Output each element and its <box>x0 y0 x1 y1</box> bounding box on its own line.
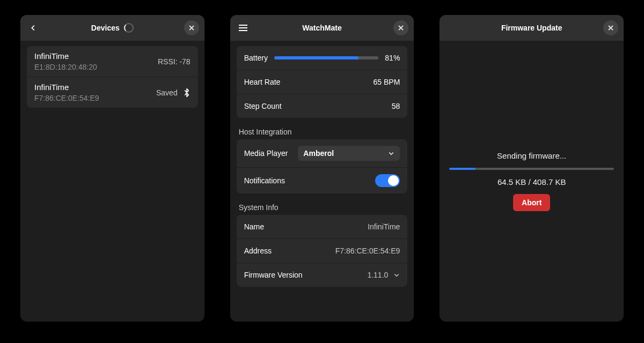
device-mac: F7:86:CE:0E:54:E9 <box>34 94 99 102</box>
notifications-toggle[interactable] <box>375 174 400 187</box>
battery-bar <box>274 56 378 59</box>
hamburger-icon <box>239 25 247 31</box>
devices-title: Devices <box>91 24 120 32</box>
host-integration-group: Media Player Amberol Notifications <box>237 139 408 193</box>
media-player-select[interactable]: Amberol <box>298 146 400 161</box>
notifications-label: Notifications <box>244 176 285 185</box>
step-count-value: 58 <box>392 102 400 110</box>
devices-window: Devices InfiniTime E1:8D:18:20:48:20 RSS… <box>20 15 204 322</box>
firmware-title: Firmware Update <box>501 24 562 32</box>
watchmate-window: WatchMate Battery 81% Heart Rate <box>230 15 414 322</box>
close-icon <box>189 25 194 31</box>
abort-button[interactable]: Abort <box>513 194 550 211</box>
device-item[interactable]: InfiniTime F7:86:CE:0E:54:E9 Saved <box>27 77 198 108</box>
firmware-status: Sending firmware... <box>497 151 566 160</box>
firmware-progress-bar <box>449 168 614 170</box>
stats-group: Battery 81% Heart Rate 65 BPM Step Count… <box>237 46 408 118</box>
sysinfo-firmware-row[interactable]: Firmware Version 1.11.0 <box>237 263 408 287</box>
battery-label: Battery <box>244 54 268 62</box>
watchmate-content: Battery 81% Heart Rate 65 BPM Step Count… <box>230 41 414 322</box>
firmware-window: Firmware Update Sending firmware... 64.5… <box>440 15 624 322</box>
close-icon <box>608 25 613 31</box>
media-player-selected: Amberol <box>303 149 334 158</box>
menu-button[interactable] <box>236 20 251 35</box>
device-rssi: RSSI: -78 <box>158 57 191 66</box>
devices-content: InfiniTime E1:8D:18:20:48:20 RSSI: -78 I… <box>20 41 204 322</box>
battery-percent: 81% <box>385 54 400 62</box>
battery-fill <box>274 56 358 59</box>
device-saved-label: Saved <box>156 88 178 97</box>
chevron-left-icon <box>30 24 37 32</box>
system-info-title: System Info <box>237 200 408 215</box>
firmware-header: Firmware Update <box>440 15 624 41</box>
firmware-bytes: 64.5 KB / 408.7 KB <box>497 177 566 187</box>
firmware-content: Sending firmware... 64.5 KB / 408.7 KB A… <box>440 41 624 322</box>
sysinfo-address-row: Address F7:86:CE:0E:54:E9 <box>237 238 408 263</box>
media-player-row: Media Player Amberol <box>237 139 408 167</box>
device-mac: E1:8D:18:20:48:20 <box>34 63 97 71</box>
device-item[interactable]: InfiniTime E1:8D:18:20:48:20 RSSI: -78 <box>27 46 198 77</box>
device-list: InfiniTime E1:8D:18:20:48:20 RSSI: -78 I… <box>27 46 198 108</box>
heart-rate-row: Heart Rate 65 BPM <box>237 70 408 94</box>
chevron-down-icon <box>388 150 394 156</box>
chevron-down-icon <box>393 272 400 278</box>
media-player-label: Media Player <box>244 149 288 158</box>
notifications-row: Notifications <box>237 167 408 193</box>
sysinfo-firmware-label: Firmware Version <box>244 271 303 279</box>
bluetooth-icon <box>183 88 191 98</box>
back-button[interactable] <box>26 20 41 35</box>
close-button[interactable] <box>393 20 408 35</box>
battery-row: Battery 81% <box>237 46 408 70</box>
watchmate-title: WatchMate <box>302 24 341 32</box>
firmware-progress-fill <box>449 168 475 170</box>
sysinfo-name-row: Name InfiniTime <box>237 215 408 238</box>
loading-spinner-icon <box>124 23 134 33</box>
sysinfo-firmware-value: 1.11.0 <box>367 271 400 279</box>
sysinfo-name-label: Name <box>244 222 264 231</box>
sysinfo-name-value: InfiniTime <box>368 222 400 231</box>
device-name: InfiniTime <box>34 83 99 92</box>
close-icon <box>398 25 404 31</box>
close-button[interactable] <box>603 20 618 35</box>
toggle-knob <box>388 175 399 186</box>
sysinfo-address-value: F7:86:CE:0E:54:E9 <box>335 247 400 255</box>
heart-rate-label: Heart Rate <box>244 78 281 86</box>
watchmate-header: WatchMate <box>230 15 414 41</box>
device-name: InfiniTime <box>34 51 97 61</box>
devices-header: Devices <box>20 15 204 41</box>
step-count-label: Step Count <box>244 102 282 110</box>
step-count-row: Step Count 58 <box>237 94 408 118</box>
host-integration-title: Host Integration <box>237 124 408 139</box>
heart-rate-value: 65 BPM <box>374 78 400 86</box>
system-info-group: Name InfiniTime Address F7:86:CE:0E:54:E… <box>237 215 408 287</box>
close-button[interactable] <box>184 20 199 35</box>
sysinfo-address-label: Address <box>244 247 272 255</box>
